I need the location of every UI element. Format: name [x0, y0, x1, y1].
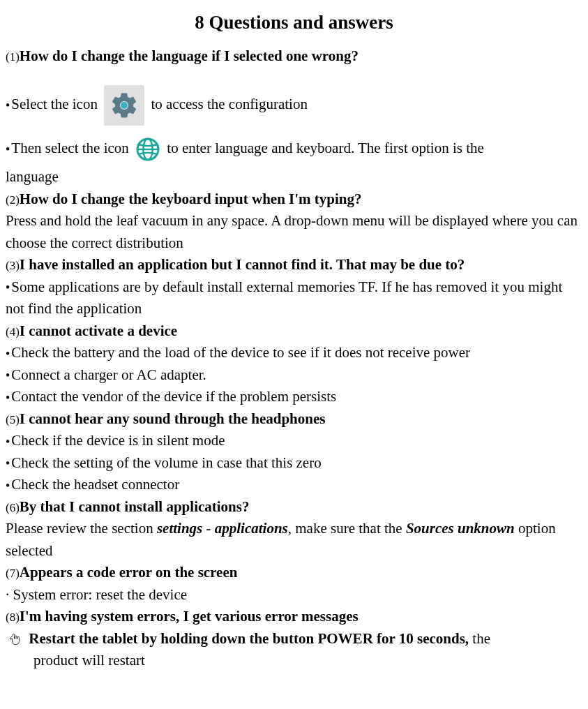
settings-icon	[104, 85, 144, 126]
q5-bullet-3-text: Check the headset connector	[11, 476, 179, 493]
question-1-header: (1)How do I change the language if I sel…	[6, 45, 582, 68]
globe-icon	[135, 137, 160, 162]
q1-line2-before: Then select the icon	[11, 140, 133, 156]
q8-text: I'm having system errors, I get various …	[20, 608, 359, 625]
question-5-header: (5)I cannot hear any sound through the h…	[6, 408, 582, 431]
q4-bullet-2: •Connect a charger or AC adapter.	[6, 364, 582, 387]
q1-step-2: •Then select the icon to enter language …	[6, 137, 582, 162]
q5-bullet-1-text: Check if the device is in silent mode	[11, 432, 225, 449]
q2-number: (2)	[6, 193, 20, 207]
q6-answer-mid: , make sure that the	[288, 520, 406, 537]
q5-text: I cannot hear any sound through the head…	[20, 410, 326, 427]
q6-answer: Please review the section settings - app…	[6, 518, 582, 562]
question-6-header: (6)By that I cannot install applications…	[6, 496, 582, 518]
q8-number: (8)	[6, 611, 20, 624]
q6-number: (6)	[6, 501, 20, 514]
q4-bullet-1-text: Check the battery and the load of the de…	[11, 344, 470, 361]
q5-bullet-1: •Check if the device is in silent mode	[6, 430, 582, 452]
q5-bullet-2: •Check the setting of the volume in case…	[6, 452, 582, 475]
question-7-header: (7)Appears a code error on the screen	[6, 562, 582, 584]
q4-bullet-2-text: Connect a charger or AC adapter.	[11, 366, 206, 383]
q8-answer-line-1: Restart the tablet by holding down the b…	[6, 628, 582, 650]
q5-bullet-3: •Check the headset connector	[6, 474, 582, 496]
question-8-header: (8)I'm having system errors, I get vario…	[6, 606, 582, 628]
q4-text: I cannot activate a device	[20, 322, 177, 339]
q1-step-2-cont: language	[6, 166, 582, 188]
q7-text: Appears a code error on the screen	[20, 564, 238, 581]
q5-number: (5)	[6, 413, 20, 426]
q2-answer: Press and hold the leaf vacuum in any sp…	[6, 210, 582, 254]
pointing-finger-icon	[8, 633, 22, 647]
q8-answer-line-2: product will restart	[6, 650, 582, 672]
q4-number: (4)	[6, 325, 20, 338]
q3-bullet-1-text: Some applications are by default install…	[6, 278, 562, 318]
page-title: 8 Questions and answers	[6, 8, 582, 37]
q6-answer-pre: Please review the section	[6, 520, 157, 537]
question-2-header: (2)How do I change the keyboard input wh…	[6, 188, 582, 211]
q1-text: How do I change the language if I select…	[20, 47, 359, 64]
q4-bullet-3-text: Contact the vendor of the device if the …	[11, 388, 336, 405]
q6-text: By that I cannot install applications?	[20, 498, 250, 515]
q4-bullet-3: •Contact the vendor of the device if the…	[6, 386, 582, 408]
q3-number: (3)	[6, 259, 20, 272]
q8-cont: product will restart	[33, 652, 145, 669]
q1-line2-after: to enter language and keyboard. The firs…	[167, 140, 483, 156]
question-4-header: (4)I cannot activate a device	[6, 320, 582, 343]
q1-line3: language	[6, 168, 59, 185]
q7-bullet-1-text: System error: reset the device	[13, 586, 188, 603]
q7-bullet-1: · System error: reset the device	[6, 584, 582, 606]
q1-step-1: •Select the icon to access the configura…	[6, 85, 582, 126]
q7-number: (7)	[6, 567, 20, 580]
q8-rest: the	[469, 630, 490, 647]
q1-line1-before: Select the icon	[11, 96, 101, 112]
q6-emph-1: settings - applications	[157, 520, 288, 537]
q3-bullet-1: •Some applications are by default instal…	[6, 276, 582, 320]
svg-point-0	[121, 102, 128, 109]
q4-bullet-1: •Check the battery and the load of the d…	[6, 342, 582, 364]
q7-bullet-prefix: ·	[6, 586, 13, 603]
question-3-header: (3)I have installed an application but I…	[6, 254, 582, 276]
q8-bold: Restart the tablet by holding down the b…	[29, 630, 469, 647]
q2-text: How do I change the keyboard input when …	[20, 191, 362, 207]
q6-emph-2: Sources unknown	[406, 520, 515, 537]
q1-line1-after: to access the configuration	[151, 96, 308, 112]
q1-number: (1)	[6, 50, 20, 64]
q3-text: I have installed an application but I ca…	[20, 256, 465, 273]
q5-bullet-2-text: Check the setting of the volume in case …	[11, 454, 321, 471]
